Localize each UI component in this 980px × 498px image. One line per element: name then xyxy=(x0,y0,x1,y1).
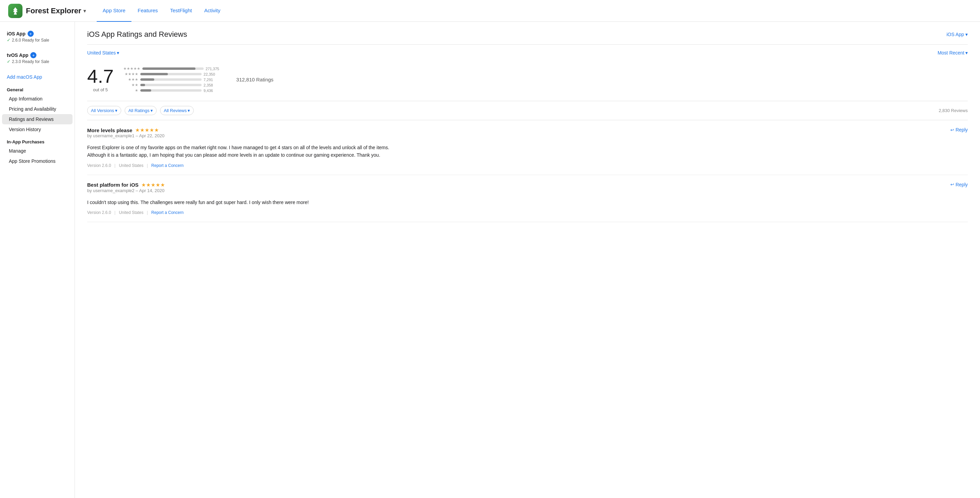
reply-label: Reply xyxy=(956,127,968,132)
sidebar-ios-app-section: iOS App + ✓ 2.6.0 Ready for Sale xyxy=(0,29,75,45)
tvos-version-status: 2.3.0 Ready for Sale xyxy=(12,59,49,64)
reviews-list: More levels please ★★★★★ by username_exa… xyxy=(87,120,968,222)
out-of-label: out of 5 xyxy=(87,87,114,92)
star-bar-fill xyxy=(140,73,168,75)
sidebar-item-manage[interactable]: Manage xyxy=(2,146,73,156)
country-filter-label: United States xyxy=(87,50,116,56)
ratings-summary: 4.7 out of 5 ★★★★★ 271,375 ★★★★ 22,350 ★… xyxy=(87,61,968,101)
tvos-app-status: ✓ 2.3.0 Ready for Sale xyxy=(7,59,68,64)
review-title-group: More levels please ★★★★★ by username_exa… xyxy=(87,127,164,142)
star-count: 271,375 xyxy=(206,67,221,71)
ios-app-add-button[interactable]: + xyxy=(28,31,34,37)
review-footer: Version 2.6.0 | United States | Report a… xyxy=(87,210,968,215)
chevron-down-icon: ▾ xyxy=(115,108,118,113)
star-row: ★★★ 7,291 xyxy=(123,77,221,82)
review-title-row: Best platform for iOS ★★★★★ xyxy=(87,182,165,188)
report-concern-link[interactable]: Report a Concern xyxy=(151,210,183,215)
star-count: 22,350 xyxy=(204,72,219,76)
review-version: Version 2.6.0 xyxy=(87,163,111,168)
review-country: United States xyxy=(119,163,143,168)
sidebar: iOS App + ✓ 2.6.0 Ready for Sale tvOS Ap… xyxy=(0,22,75,498)
star-count: 2,358 xyxy=(204,83,219,87)
star-bar-background xyxy=(140,89,202,92)
ios-app-header-label: iOS App xyxy=(947,32,964,37)
star-count: 7,291 xyxy=(204,78,219,82)
total-ratings: 312,810 Ratings xyxy=(236,76,274,83)
sidebar-item-pricing[interactable]: Pricing and Availability xyxy=(2,104,73,114)
chevron-down-icon: ▾ xyxy=(966,50,968,56)
review-item-2: Best platform for iOS ★★★★★ by username_… xyxy=(87,175,968,222)
sidebar-item-version-history[interactable]: Version History xyxy=(2,124,73,135)
sidebar-ios-app-title: iOS App + xyxy=(7,31,68,37)
nav-features[interactable]: Features xyxy=(131,0,164,22)
tvos-app-add-button[interactable]: + xyxy=(30,52,37,58)
ios-app-dropdown[interactable]: iOS App ▾ xyxy=(947,32,968,37)
reply-icon: ↩ xyxy=(950,127,954,132)
ios-app-label: iOS App xyxy=(7,31,25,37)
review-author-date: by username_example2 – Apr 14, 2020 xyxy=(87,188,165,193)
filter-row: United States ▾ Most Recent ▾ xyxy=(87,45,968,61)
reviews-filter-label: All Reviews xyxy=(164,108,186,113)
sidebar-item-app-information[interactable]: App Information xyxy=(2,94,73,104)
nav-activity[interactable]: Activity xyxy=(198,0,227,22)
star-bar-fill xyxy=(140,78,154,81)
chevron-down-icon: ▾ xyxy=(188,108,190,113)
sidebar-general-label: General xyxy=(0,83,75,94)
page-header: iOS App Ratings and Reviews iOS App ▾ xyxy=(87,30,968,45)
chevron-down-icon: ▾ xyxy=(151,108,153,113)
sort-filter-label: Most Recent xyxy=(937,50,964,56)
stars-breakdown: ★★★★★ 271,375 ★★★★ 22,350 ★★★ 7,291 ★★ 2… xyxy=(123,67,221,93)
ios-version-status: 2.6.0 Ready for Sale xyxy=(12,38,49,43)
main-content: iOS App Ratings and Reviews iOS App ▾ Un… xyxy=(75,22,980,498)
versions-filter-pill[interactable]: All Versions ▾ xyxy=(87,106,121,115)
reviews-filter-pill[interactable]: All Reviews ▾ xyxy=(160,106,194,115)
review-body: Forest Explorer is one of my favorite ap… xyxy=(87,144,394,159)
sidebar-iap-label: In-App Purchases xyxy=(0,135,75,146)
review-title: More levels please xyxy=(87,127,132,133)
review-header: Best platform for iOS ★★★★★ by username_… xyxy=(87,182,968,197)
star-bar-background xyxy=(142,67,204,70)
sort-filter-dropdown[interactable]: Most Recent ▾ xyxy=(937,50,968,56)
star-label: ★★★★★ xyxy=(123,67,140,71)
nav-testflight[interactable]: TestFlight xyxy=(164,0,198,22)
review-country: United States xyxy=(119,210,143,215)
star-bar-background xyxy=(140,84,202,86)
sidebar-item-app-store-promotions[interactable]: App Store Promotions xyxy=(2,156,73,166)
review-author-date: by username_example1 – Apr 22, 2020 xyxy=(87,133,164,138)
main-layout: iOS App + ✓ 2.6.0 Ready for Sale tvOS Ap… xyxy=(0,22,980,498)
review-version: Version 2.6.0 xyxy=(87,210,111,215)
ratings-filter-pill[interactable]: All Ratings ▾ xyxy=(125,106,157,115)
star-label: ★ xyxy=(123,88,138,93)
sidebar-tvos-app-title: tvOS App + xyxy=(7,52,68,58)
rating-number: 4.7 xyxy=(87,67,114,86)
star-bar-fill xyxy=(140,89,151,92)
review-title-row: More levels please ★★★★★ xyxy=(87,127,164,133)
reply-button[interactable]: ↩ Reply xyxy=(950,182,968,187)
status-check-icon: ✓ xyxy=(7,37,11,43)
report-concern-link[interactable]: Report a Concern xyxy=(151,163,183,168)
reply-label: Reply xyxy=(956,182,968,187)
star-label: ★★★ xyxy=(123,77,138,82)
sidebar-item-ratings-reviews[interactable]: Ratings and Reviews xyxy=(2,114,73,124)
tree-icon xyxy=(11,6,20,15)
star-label: ★★★★ xyxy=(123,72,138,76)
add-macos-link[interactable]: Add macOS App xyxy=(0,72,75,83)
big-rating: 4.7 out of 5 xyxy=(87,67,114,92)
review-stars: ★★★★★ xyxy=(135,127,159,133)
reply-button[interactable]: ↩ Reply xyxy=(950,127,968,132)
star-bar-fill xyxy=(140,84,145,86)
star-row: ★★ 2,358 xyxy=(123,83,221,87)
nav-app-store[interactable]: App Store xyxy=(97,0,132,22)
total-reviews-count: 2,830 Reviews xyxy=(939,108,968,113)
star-row: ★★★★★ 271,375 xyxy=(123,67,221,71)
review-title-group: Best platform for iOS ★★★★★ by username_… xyxy=(87,182,165,197)
country-filter-dropdown[interactable]: United States ▾ xyxy=(87,50,119,56)
chevron-down-icon: ▾ xyxy=(83,8,86,14)
chevron-down-icon: ▾ xyxy=(966,32,968,37)
versions-filter-label: All Versions xyxy=(91,108,114,113)
tvos-app-label: tvOS App xyxy=(7,53,28,58)
star-bar-fill xyxy=(142,67,196,70)
star-bar-background xyxy=(140,78,202,81)
star-label: ★★ xyxy=(123,83,138,87)
app-title[interactable]: Forest Explorer ▾ xyxy=(26,6,86,15)
